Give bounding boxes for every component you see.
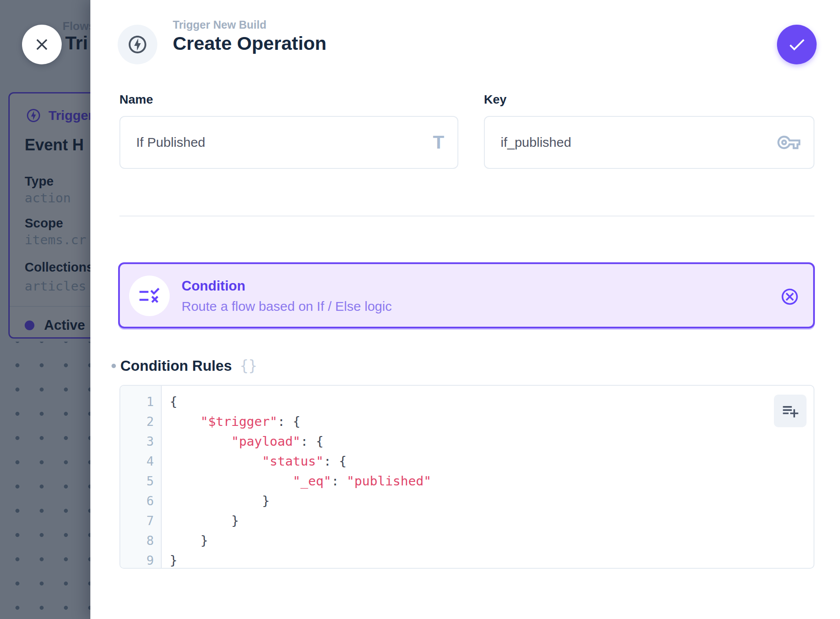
drawer-subtitle: Trigger New Build [173,19,267,31]
bolt-circle-icon [127,34,148,55]
operation-title: Condition [182,278,392,294]
code-line: { [170,392,814,412]
code-line: } [170,531,814,551]
remove-operation-icon[interactable] [780,287,799,306]
code-line: } [170,511,814,531]
section-divider [119,216,814,216]
close-icon [33,35,51,54]
code-line: "$trigger": { [170,412,814,432]
operation-description: Route a flow based on If / Else logic [182,299,392,314]
line-number: 6 [120,491,161,511]
field-edited-dot [112,364,116,368]
name-label: Name [119,93,153,107]
code-line: "_eq": "published" [170,471,814,491]
raw-value-toggle-icon[interactable]: {} [240,357,257,374]
drawer-title: Create Operation [173,33,327,54]
save-button[interactable] [777,25,817,64]
key-field [484,116,814,169]
playlist-add-icon [781,401,800,421]
code-line: "payload": { [170,432,814,451]
code-line: } [170,551,814,569]
create-operation-drawer: Trigger New Build Create Operation Name … [90,0,840,619]
code-line: } [170,491,814,511]
app-root: Flows Tri Trigger Event H Type action Sc… [0,0,840,619]
line-number: 9 [120,551,161,569]
line-number: 4 [120,451,161,471]
template-insert-button[interactable] [774,395,807,427]
code-line: "status": { [170,451,814,471]
line-number: 3 [120,432,161,451]
condition-rules-label: Condition Rules [120,358,232,374]
line-number-gutter: 123456789 [120,386,162,568]
check-icon [787,34,807,55]
text-type-icon: T [433,132,444,153]
line-number: 1 [120,392,161,412]
line-number: 5 [120,471,161,491]
close-button[interactable] [22,25,62,64]
condition-operation-panel[interactable]: Condition Route a flow based on If / Els… [118,262,815,328]
operation-icon-circle [129,276,170,316]
code-area[interactable]: { "$trigger": { "payload": { "status": {… [163,386,814,568]
line-number: 8 [120,531,161,551]
operation-header-icon-circle [118,25,157,64]
line-number: 2 [120,412,161,432]
rule-icon [138,284,161,308]
name-input[interactable] [120,117,457,168]
key-icon [777,131,800,154]
key-label: Key [484,93,506,107]
json-code-editor: 123456789 { "$trigger": { "payload": { "… [119,385,814,569]
line-number: 7 [120,511,161,531]
name-field: T [119,116,458,169]
key-input[interactable] [485,117,814,168]
